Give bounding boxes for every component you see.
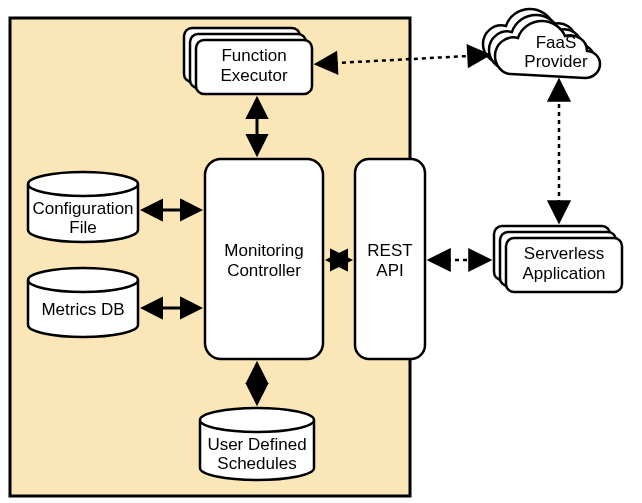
svg-text:Function: Function <box>221 46 286 65</box>
svg-text:Controller: Controller <box>227 261 301 280</box>
monitoring-controller-label-1: Monitoring <box>224 241 303 260</box>
user-defined-schedules-label-2: Schedules <box>217 454 296 473</box>
serverless-application-label-2: Application <box>522 264 605 283</box>
svg-text:REST: REST <box>367 241 412 260</box>
svg-text:Schedules: Schedules <box>217 454 296 473</box>
svg-text:Serverless: Serverless <box>524 244 604 263</box>
svg-text:Executor: Executor <box>220 66 287 85</box>
serverless-application-label-1: Serverless <box>524 244 604 263</box>
rest-api-label-1: REST <box>367 241 412 260</box>
function-executor-node: Function Executor <box>184 28 312 94</box>
configuration-file-label-2: File <box>69 218 96 237</box>
svg-text:Monitoring: Monitoring <box>224 241 303 260</box>
svg-text:Metrics DB: Metrics DB <box>41 300 124 319</box>
svg-text:Provider: Provider <box>524 52 588 71</box>
svg-text:FaaS: FaaS <box>536 33 577 52</box>
svg-text:File: File <box>69 218 96 237</box>
metrics-db-node: Metrics DB <box>28 268 138 337</box>
serverless-application-node: Serverless Application <box>494 226 622 292</box>
function-executor-label-2: Executor <box>220 66 287 85</box>
user-defined-schedules-label-1: User Defined <box>207 435 306 454</box>
faas-provider-label-1: FaaS <box>536 33 577 52</box>
function-executor-label-1: Function <box>221 46 286 65</box>
faas-provider-label-2: Provider <box>524 52 588 71</box>
svg-text:API: API <box>376 261 403 280</box>
svg-text:User Defined: User Defined <box>207 435 306 454</box>
svg-text:Configuration: Configuration <box>32 199 133 218</box>
monitoring-controller-node: Monitoring Controller <box>205 159 323 359</box>
rest-api-node: REST API <box>355 159 425 359</box>
metrics-db-label: Metrics DB <box>41 300 124 319</box>
monitoring-controller-label-2: Controller <box>227 261 301 280</box>
configuration-file-label-1: Configuration <box>32 199 133 218</box>
rest-api-label-2: API <box>376 261 403 280</box>
faas-provider-node: FaaS Provider <box>483 9 600 78</box>
configuration-file-node: Configuration File <box>28 172 138 242</box>
user-defined-schedules-node: User Defined Schedules <box>200 408 314 480</box>
svg-text:Application: Application <box>522 264 605 283</box>
